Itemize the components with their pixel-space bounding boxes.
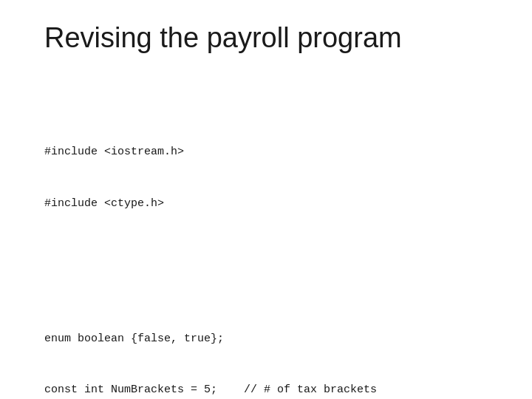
include-line-2: #include <ctype.h> (44, 195, 488, 212)
include-section: #include <iostream.h> #include <ctype.h> (44, 109, 488, 247)
const-line: const int NumBrackets = 5; // # of tax b… (44, 381, 488, 398)
enum-section: enum boolean {false, true}; const int Nu… (44, 296, 488, 399)
include-line-1: #include <iostream.h> (44, 143, 488, 160)
slide-container: Revising the payroll program #include <i… (0, 0, 532, 399)
slide-title: Revising the payroll program (44, 22, 488, 54)
enum-line: enum boolean {false, true}; (44, 330, 488, 347)
code-block: #include <iostream.h> #include <ctype.h>… (44, 75, 488, 399)
